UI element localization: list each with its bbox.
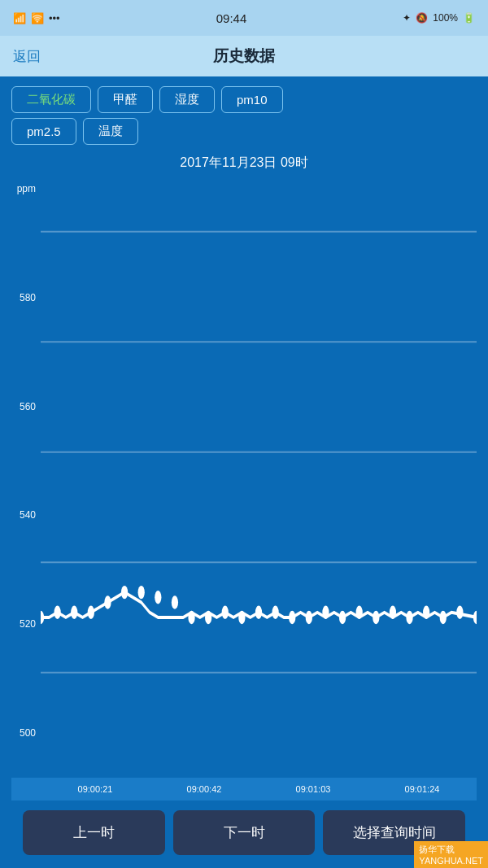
header: 返回 历史数据 xyxy=(0,36,488,76)
page-title: 历史数据 xyxy=(213,46,275,67)
filter-pm25[interactable]: pm2.5 xyxy=(11,118,76,145)
dots-icon: ••• xyxy=(49,12,60,24)
chart-plot xyxy=(41,177,477,778)
prev-hour-button[interactable]: 上一时 xyxy=(23,810,165,855)
back-button[interactable]: 返回 xyxy=(13,47,41,66)
svg-point-28 xyxy=(423,606,429,619)
x-label-1: 09:00:21 xyxy=(41,784,150,794)
filter-formaldehyde[interactable]: 甲醛 xyxy=(98,86,153,113)
svg-point-14 xyxy=(188,611,194,624)
y-label-580: 580 xyxy=(11,292,41,303)
chart-date: 2017年11月23日 09时 xyxy=(11,155,477,172)
svg-point-25 xyxy=(373,611,379,624)
y-label-500: 500 xyxy=(11,727,41,739)
svg-point-26 xyxy=(390,606,396,619)
svg-point-27 xyxy=(406,611,412,624)
svg-point-5 xyxy=(41,611,44,624)
svg-point-11 xyxy=(138,586,145,599)
svg-point-29 xyxy=(440,611,447,624)
battery-icon: 🔋 xyxy=(463,12,475,24)
battery-text: 100% xyxy=(433,12,458,24)
status-left: 📶 🛜 ••• xyxy=(13,12,60,24)
status-right: ✦ 🔕 100% 🔋 xyxy=(403,12,475,24)
svg-point-31 xyxy=(473,611,477,624)
y-label-540: 540 xyxy=(11,509,41,521)
svg-point-6 xyxy=(54,606,60,619)
svg-point-18 xyxy=(255,606,262,619)
bluetooth-icon: ✦ xyxy=(403,12,411,24)
mute-icon: 🔕 xyxy=(416,12,428,24)
svg-point-22 xyxy=(322,606,329,619)
svg-point-16 xyxy=(222,606,229,619)
filter-row-2: pm2.5 温度 xyxy=(11,118,477,145)
y-label-560: 560 xyxy=(11,401,41,412)
chart-svg xyxy=(41,177,477,778)
svg-point-12 xyxy=(155,591,161,604)
filter-pm10[interactable]: pm10 xyxy=(221,86,283,113)
svg-point-17 xyxy=(238,611,245,624)
main-content: 二氧化碳 甲醛 湿度 pm10 pm2.5 温度 2017年11月23日 09时… xyxy=(0,76,488,868)
svg-point-9 xyxy=(104,595,111,608)
chart-section: 2017年11月23日 09时 ppm 580 560 540 520 500 xyxy=(11,155,477,800)
svg-point-7 xyxy=(71,606,77,619)
x-label-3: 09:01:03 xyxy=(259,784,368,794)
svg-point-20 xyxy=(289,611,295,624)
svg-point-30 xyxy=(456,606,463,619)
x-label-2: 09:00:42 xyxy=(150,784,259,794)
filter-temperature[interactable]: 温度 xyxy=(83,118,138,145)
x-axis: 09:00:21 09:00:42 09:01:03 09:01:24 xyxy=(11,778,477,800)
filter-co2[interactable]: 二氧化碳 xyxy=(11,86,91,113)
svg-point-23 xyxy=(339,611,346,624)
signal-icon: 📶 xyxy=(13,12,26,24)
filter-humidity[interactable]: 湿度 xyxy=(159,86,215,113)
svg-point-8 xyxy=(88,606,94,619)
y-label-520: 520 xyxy=(11,618,41,630)
y-axis: ppm 580 560 540 520 500 xyxy=(11,177,41,778)
status-bar: 📶 🛜 ••• 09:44 ✦ 🔕 100% 🔋 xyxy=(0,0,488,36)
x-label-4: 09:01:24 xyxy=(368,784,477,794)
svg-point-21 xyxy=(306,611,312,624)
filter-row-1: 二氧化碳 甲醛 湿度 pm10 xyxy=(11,86,477,113)
y-unit-label: ppm xyxy=(11,183,41,194)
watermark: 扬华下载YANGHUA.NET xyxy=(414,841,488,868)
wifi-icon: 🛜 xyxy=(31,12,44,24)
svg-point-19 xyxy=(272,606,278,619)
bottom-bar: 上一时 下一时 选择查询时间 xyxy=(11,800,477,868)
next-hour-button[interactable]: 下一时 xyxy=(173,810,316,855)
svg-point-13 xyxy=(172,595,178,608)
svg-point-24 xyxy=(356,606,363,619)
svg-point-15 xyxy=(205,611,211,624)
status-time: 09:44 xyxy=(216,11,247,25)
svg-point-10 xyxy=(121,586,128,599)
